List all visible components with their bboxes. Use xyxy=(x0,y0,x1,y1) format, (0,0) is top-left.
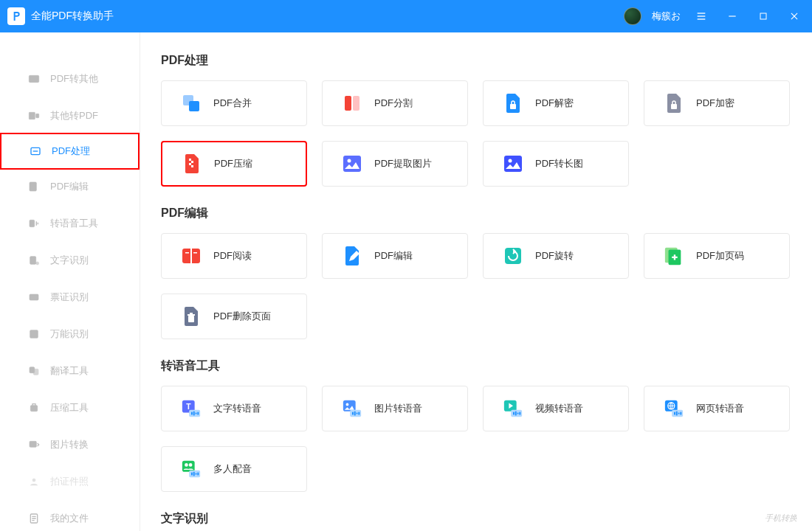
sidebar-item-my-files[interactable]: 我的文件 xyxy=(0,500,140,531)
card-label: PDF压缩 xyxy=(214,157,252,170)
svg-rect-80 xyxy=(197,473,199,476)
sidebar-item-pdf-edit[interactable]: PDF编辑 xyxy=(0,168,140,205)
svg-rect-12 xyxy=(30,220,35,226)
sidebar-item-translate-tools[interactable]: 翻译工具 xyxy=(0,353,140,389)
pdf-merge-icon xyxy=(181,93,202,114)
sidebar-item-label: PDF编辑 xyxy=(50,180,89,193)
card-pdf-compress[interactable]: PDF压缩 xyxy=(161,141,307,187)
section-title-pdf-edit: PDF编辑 xyxy=(161,206,791,221)
close-button[interactable] xyxy=(784,6,805,27)
card-label: PDF解密 xyxy=(535,97,574,110)
svg-rect-73 xyxy=(182,461,195,472)
main-panel: PDF处理 PDF合并 PDF分割 PDF解密 PDF加密 PDF压缩 xyxy=(140,32,812,531)
svg-rect-9 xyxy=(36,114,39,117)
sidebar-item-pdf-to-other[interactable]: PDF转其他 xyxy=(0,60,140,97)
sidebar-item-ocr[interactable]: 文字识别 xyxy=(0,242,140,279)
svg-rect-53 xyxy=(197,412,199,415)
sidebar-item-label: PDF处理 xyxy=(52,145,90,158)
svg-rect-40 xyxy=(193,252,197,254)
svg-rect-15 xyxy=(30,294,38,300)
grid-pdf-edit: PDF阅读 PDF编辑 PDF旋转 PDF加页码 PDF删除页面 xyxy=(161,233,791,339)
maximize-button[interactable] xyxy=(753,6,774,27)
grid-tts: T 文字转语音 图片转语音 视频转语音 网页转语音 多人配音 xyxy=(161,386,791,492)
section-title-pdf-process: PDF处理 xyxy=(161,53,791,69)
card-pdf-rotate[interactable]: PDF旋转 xyxy=(483,233,629,279)
id-photo-icon xyxy=(28,476,40,487)
svg-rect-71 xyxy=(678,413,680,414)
card-pdf-edit[interactable]: PDF编辑 xyxy=(322,233,468,279)
pdf-decrypt-icon xyxy=(503,93,523,114)
app-logo-icon xyxy=(7,7,25,25)
card-webpage-to-speech[interactable]: 网页转语音 xyxy=(644,386,790,431)
card-pdf-to-long-image[interactable]: PDF转长图 xyxy=(483,141,629,187)
svg-rect-30 xyxy=(191,161,193,163)
card-pdf-add-page-number[interactable]: PDF加页码 xyxy=(644,233,790,279)
ocr-icon xyxy=(28,254,40,266)
card-pdf-merge[interactable]: PDF合并 xyxy=(161,80,307,126)
svg-rect-65 xyxy=(517,413,519,414)
pdf-encrypt-icon xyxy=(664,93,684,114)
pdf-add-page-icon xyxy=(664,246,684,266)
card-pdf-delete-page[interactable]: PDF删除页面 xyxy=(161,294,307,339)
sidebar-item-label: 拍证件照 xyxy=(50,475,89,488)
sidebar-item-id-photo[interactable]: 拍证件照 xyxy=(0,463,140,500)
card-pdf-split[interactable]: PDF分割 xyxy=(322,80,468,126)
sidebar-item-compress-tools[interactable]: 压缩工具 xyxy=(0,389,140,426)
svg-point-55 xyxy=(346,403,349,406)
sidebar-item-universal-ocr[interactable]: 万能识别 xyxy=(0,316,140,353)
card-pdf-extract-image[interactable]: PDF提取图片 xyxy=(322,141,468,187)
svg-rect-20 xyxy=(30,441,36,447)
card-pdf-encrypt[interactable]: PDF加密 xyxy=(644,80,790,126)
svg-rect-33 xyxy=(343,156,361,172)
svg-text:T: T xyxy=(186,403,191,411)
card-image-to-speech[interactable]: 图片转语音 xyxy=(322,386,468,431)
svg-point-14 xyxy=(36,262,39,265)
sidebar-item-label: 压缩工具 xyxy=(50,401,89,414)
sidebar-item-ticket-ocr[interactable]: 票证识别 xyxy=(0,279,140,316)
sidebar-item-other-to-pdf[interactable]: 其他转PDF xyxy=(0,97,140,134)
svg-rect-63 xyxy=(513,412,515,415)
svg-rect-57 xyxy=(352,412,354,415)
svg-rect-4 xyxy=(760,13,766,19)
pdf-split-icon xyxy=(342,93,362,114)
card-label: 文字转语音 xyxy=(213,402,261,415)
sidebar-item-label: 翻译工具 xyxy=(50,364,89,378)
minimize-button[interactable] xyxy=(722,6,743,27)
svg-rect-58 xyxy=(354,412,356,416)
sidebar-item-image-convert[interactable]: 图片转换 xyxy=(0,426,140,463)
card-multi-voice[interactable]: 多人配音 xyxy=(161,446,307,492)
svg-point-75 xyxy=(189,463,193,467)
ticket-ocr-icon xyxy=(28,291,40,303)
pdf-to-long-image-icon xyxy=(503,153,523,174)
menu-button[interactable] xyxy=(691,6,712,27)
user-avatar[interactable] xyxy=(624,7,641,25)
svg-rect-77 xyxy=(191,473,193,476)
pdf-read-icon xyxy=(181,246,202,266)
sidebar-item-tts-tools[interactable]: 转语音工具 xyxy=(0,205,140,242)
my-files-icon xyxy=(28,513,40,524)
svg-rect-29 xyxy=(189,159,191,161)
sidebar: PDF转其他 其他转PDF PDF处理 PDF编辑 转语音工具 文字识别 票证识… xyxy=(0,32,140,531)
card-pdf-read[interactable]: PDF阅读 xyxy=(161,233,307,279)
card-video-to-speech[interactable]: 视频转语音 xyxy=(483,386,629,431)
svg-point-36 xyxy=(509,159,512,163)
pdf-compress-icon xyxy=(182,153,202,174)
svg-rect-52 xyxy=(196,413,197,414)
svg-rect-59 xyxy=(357,413,358,414)
pdf-edit-card-icon xyxy=(342,246,362,266)
sidebar-item-pdf-process[interactable]: PDF处理 xyxy=(0,133,140,170)
card-text-to-speech[interactable]: T 文字转语音 xyxy=(161,386,307,431)
sidebar-item-label: PDF转其他 xyxy=(50,72,98,86)
card-pdf-decrypt[interactable]: PDF解密 xyxy=(483,80,629,126)
svg-rect-38 xyxy=(190,249,192,263)
pdf-delete-page-icon xyxy=(181,306,202,327)
svg-rect-39 xyxy=(185,252,189,254)
universal-ocr-icon xyxy=(28,328,40,340)
titlebar-left: 全能PDF转换助手 xyxy=(7,7,114,25)
titlebar: 全能PDF转换助手 梅簇お xyxy=(0,0,812,32)
section-title-tts: 转语音工具 xyxy=(161,358,791,374)
svg-rect-19 xyxy=(30,406,37,412)
sidebar-item-label: 转语音工具 xyxy=(50,217,98,230)
svg-rect-79 xyxy=(196,473,197,475)
video-to-speech-icon xyxy=(503,398,523,419)
